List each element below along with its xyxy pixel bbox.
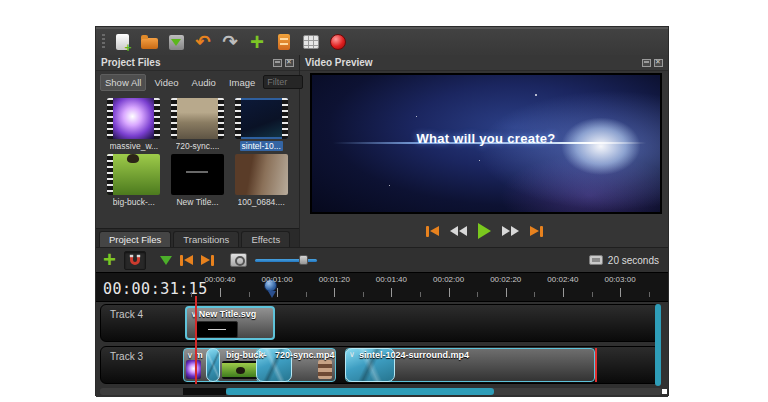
open-project-button[interactable]: [139, 32, 159, 52]
project-files-header: Project Files: [96, 55, 299, 71]
file-item[interactable]: 720-sync....: [169, 98, 227, 151]
transport-controls: [300, 219, 668, 243]
play-icon: [478, 223, 491, 239]
file-item-selected[interactable]: sintel-10...: [232, 98, 290, 151]
preview-overlay-text: What will you create?: [416, 131, 555, 146]
film-grid-icon: [303, 35, 319, 49]
filter-tab-video[interactable]: Video: [149, 74, 183, 91]
chevron-down-icon[interactable]: ∨: [349, 350, 355, 359]
timeline-toolbar: + 20 seconds: [96, 248, 668, 272]
open-folder-icon: [141, 38, 158, 49]
dock-panels: Project Files Show All Video Audio Image…: [96, 55, 668, 247]
close-panel-icon[interactable]: [285, 59, 294, 67]
undo-button[interactable]: ↶: [193, 32, 213, 52]
close-panel-icon[interactable]: [654, 59, 663, 67]
panel-title: Video Preview: [305, 57, 373, 68]
track-4[interactable]: Track 4 ∨New Title.svg: [100, 304, 660, 342]
jump-to-start-button[interactable]: [426, 226, 439, 237]
vertical-scrollbar[interactable]: [655, 304, 661, 386]
ruler-scale[interactable]: 00:00:4000:01:0000:01:2000:01:4000:02:00…: [171, 273, 666, 301]
filter-input[interactable]: [263, 75, 303, 89]
redo-icon: ↷: [222, 34, 237, 50]
zoom-slider-thumb[interactable]: [299, 255, 308, 265]
save-icon: [169, 35, 184, 50]
filter-tab-image[interactable]: Image: [224, 74, 260, 91]
horizontal-scrollbar[interactable]: [100, 388, 662, 395]
filter-tab-show-all[interactable]: Show All: [100, 74, 146, 91]
title-thumbnail: [171, 154, 224, 195]
tab-transitions[interactable]: Transitions: [173, 231, 239, 247]
track-name: Track 3: [110, 351, 143, 362]
ruler-tick: [420, 292, 421, 297]
export-video-button[interactable]: [328, 32, 348, 52]
ruler-tick: [506, 288, 507, 297]
clip-trim-edge[interactable]: [595, 348, 597, 382]
ruler-tick: [391, 288, 392, 297]
zoom-slider[interactable]: [255, 254, 317, 266]
ruler-label: 00:00:40: [198, 275, 242, 284]
file-name: New Title...: [176, 197, 218, 207]
track-3[interactable]: Track 3 ∨m big-buck- 720-sync.mp4 sintel…: [100, 346, 660, 384]
ruler-label: 00:01:40: [369, 275, 413, 284]
project-files-panel: Project Files Show All Video Audio Image…: [96, 55, 300, 247]
previous-marker-icon: [184, 255, 193, 265]
chevron-down-icon[interactable]: ∨: [187, 351, 193, 360]
file-item[interactable]: 100_0684....: [232, 154, 290, 207]
clip-thumbnail: [186, 360, 201, 379]
add-marker-button[interactable]: [160, 256, 172, 265]
rewind-button[interactable]: [450, 226, 467, 236]
timeline-scale-label: 20 seconds: [608, 255, 659, 266]
rewind-icon: [450, 226, 458, 236]
clip-new-title[interactable]: ∨New Title.svg: [185, 306, 275, 340]
float-panel-icon[interactable]: [273, 59, 282, 67]
project-files-grid: massive_w... 720-sync.... sintel-10... b…: [96, 93, 299, 228]
resize-grip[interactable]: [662, 389, 667, 394]
filter-tab-audio[interactable]: Audio: [187, 74, 221, 91]
fast-forward-icon: [502, 226, 510, 236]
new-project-icon: [116, 34, 129, 50]
horizontal-scrollbar-thumb[interactable]: [226, 388, 494, 395]
next-marker-icon: [201, 255, 210, 265]
file-item[interactable]: big-buck-...: [105, 154, 163, 207]
fullscreen-button[interactable]: [301, 32, 321, 52]
ruler-tick: [306, 292, 307, 297]
import-files-button[interactable]: +: [247, 32, 267, 52]
transition-1[interactable]: [206, 348, 220, 382]
video-preview-frame[interactable]: What will you create?: [312, 75, 660, 212]
timeline-ruler[interactable]: 00:00:31:15 00:00:4000:01:0000:01:2000:0…: [96, 272, 668, 302]
tab-project-files[interactable]: Project Files: [99, 231, 171, 247]
dock-tab-bar: Project Files Transitions Effects: [96, 228, 299, 247]
redo-button[interactable]: ↷: [220, 32, 240, 52]
undo-icon: ↶: [195, 34, 210, 50]
openshot-window: ↶ ↷ + Project Files Show All Video Audio…: [96, 27, 668, 395]
ruler-tick: [277, 288, 278, 297]
video-thumbnail: [107, 154, 160, 195]
file-item[interactable]: massive_w...: [105, 98, 163, 151]
previous-marker-button[interactable]: [180, 255, 193, 266]
filter-tabs-row: Show All Video Audio Image: [96, 71, 299, 93]
playhead-line[interactable]: [195, 296, 197, 384]
file-item[interactable]: New Title...: [169, 154, 227, 207]
fast-forward-button[interactable]: [502, 226, 519, 236]
jump-to-end-button[interactable]: [530, 226, 543, 237]
next-marker-button[interactable]: [201, 255, 214, 266]
choose-profile-button[interactable]: [274, 32, 294, 52]
jump-end-icon: [530, 226, 539, 236]
clip-thumbnail: [318, 360, 332, 379]
ruler-tick: [477, 292, 478, 297]
record-circle-icon: [330, 34, 346, 50]
play-button[interactable]: [478, 223, 491, 239]
add-track-button[interactable]: +: [103, 251, 116, 269]
tab-effects[interactable]: Effects: [241, 231, 290, 247]
ruler-label: 00:03:00: [598, 275, 642, 284]
new-project-button[interactable]: [112, 32, 132, 52]
image-thumbnail: [235, 154, 288, 195]
zoom-button[interactable]: [230, 253, 247, 267]
save-project-button[interactable]: [166, 32, 186, 52]
scale-icon: [589, 255, 603, 265]
ruler-tick: [592, 292, 593, 297]
snapping-toggle[interactable]: [124, 251, 146, 270]
ruler-tick: [249, 292, 250, 297]
float-panel-icon[interactable]: [642, 59, 651, 67]
toolbar-drag-handle[interactable]: [102, 34, 105, 50]
